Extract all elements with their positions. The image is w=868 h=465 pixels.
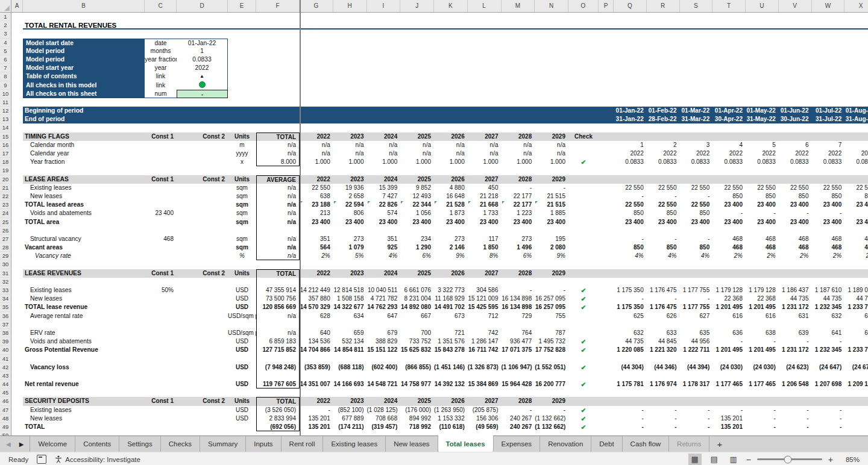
cell-R17[interactable]: 2022 (647, 149, 680, 158)
cell-C34[interactable] (145, 295, 177, 303)
cell-I48[interactable]: 708 668 (367, 414, 401, 423)
check-icon[interactable]: ✔ (568, 363, 599, 372)
cell-E29[interactable]: % (228, 252, 256, 260)
cell-O38[interactable] (568, 329, 599, 337)
cell-G42[interactable]: (353 859) (300, 363, 333, 372)
cell-P35[interactable] (599, 303, 614, 311)
row-header-19[interactable]: 19 (0, 166, 11, 175)
cell-L27[interactable]: 117 (468, 235, 502, 243)
cell-K46[interactable]: 2026 (434, 397, 468, 405)
cell-P24[interactable] (599, 209, 614, 217)
cell-H25[interactable]: 23 400 (333, 218, 367, 226)
cell-F29[interactable]: n/a (256, 252, 300, 260)
cell-L21[interactable]: 450 (468, 184, 502, 192)
cell-F18[interactable]: 8.000 (256, 158, 300, 166)
cell-L40[interactable]: 16 711 742 (468, 346, 502, 354)
cell-R36[interactable]: 626 (647, 312, 680, 320)
cell-D35[interactable] (177, 303, 228, 311)
sheet-tab-total-leases[interactable]: Total leases (438, 435, 494, 452)
cell-W21[interactable]: 22 550 (812, 184, 845, 192)
cell-J35[interactable]: 14 892 080 (400, 303, 434, 311)
row-header-42[interactable]: 42 (0, 363, 11, 372)
cell-O23[interactable] (568, 201, 599, 209)
cell-S34[interactable]: - (680, 295, 713, 303)
check-icon[interactable]: ✔ (568, 346, 599, 354)
row-header-49[interactable]: 49 (0, 423, 11, 431)
cell-H46[interactable]: 2023 (333, 397, 367, 405)
cell-J22[interactable]: 12 493 (400, 192, 434, 201)
cell-K23[interactable]: 21 528 (434, 201, 468, 209)
sheet-tab-returns[interactable]: Returns (669, 436, 709, 452)
cell-V21[interactable]: 22 550 (779, 184, 812, 192)
cell-F46[interactable]: TOTAL (256, 397, 300, 405)
cell-E38[interactable]: USD/sqm p.a. (228, 329, 256, 337)
cell-K25[interactable]: 23 400 (434, 218, 468, 226)
cell-N21[interactable]: - (535, 184, 568, 192)
row-header-21[interactable]: 21 (0, 184, 11, 192)
cell-N22[interactable]: 21 515 (535, 192, 568, 201)
cell-K29[interactable]: 9% (434, 252, 468, 260)
cell-Q16[interactable]: 1 (614, 141, 647, 149)
cell-H47[interactable]: (852 100) (333, 406, 367, 414)
cell-S48[interactable]: - (680, 414, 713, 423)
view-normal-icon[interactable]: ▦ (688, 454, 702, 465)
cell-H29[interactable]: 5% (333, 252, 367, 260)
cell-X24[interactable]: - (844, 209, 868, 217)
cell-G35[interactable]: 14 570 329 (300, 303, 333, 311)
cell-R27[interactable]: - (647, 235, 680, 243)
row-header-29[interactable]: 29 (0, 252, 11, 260)
cell-W39[interactable]: - (812, 337, 845, 346)
cell-E17[interactable]: yyyy (228, 149, 256, 158)
cell-E46[interactable]: Units (228, 397, 256, 405)
cell-D42[interactable] (177, 363, 228, 372)
cell-M34[interactable]: 16 134 898 (502, 295, 535, 303)
cell-F47[interactable]: (3 526 050) (256, 406, 300, 414)
row-header-48[interactable]: 48 (0, 414, 11, 423)
cell-J28[interactable]: 1 290 (400, 243, 434, 252)
cell-Q21[interactable]: 22 550 (614, 184, 647, 192)
cell-V36[interactable]: 631 (779, 312, 812, 320)
cell-C49[interactable] (145, 423, 177, 431)
row-header-40[interactable]: 40 (0, 346, 11, 354)
cell-Q33[interactable]: 1 175 350 (614, 286, 647, 295)
cell-E42[interactable]: USD (228, 363, 256, 372)
cell-P39[interactable] (599, 337, 614, 346)
cell-L28[interactable]: 1 850 (468, 243, 502, 252)
cell-E25[interactable]: sqm (228, 218, 256, 226)
cell-A37[interactable] (11, 320, 23, 329)
cell-C39[interactable] (145, 337, 177, 346)
cell-M24[interactable]: 1 223 (502, 209, 535, 217)
cell-L48[interactable]: 156 306 (468, 414, 502, 423)
row-header-23[interactable]: 23 (0, 201, 11, 209)
cell-C40[interactable] (145, 346, 177, 354)
row-header-36[interactable]: 36 (0, 312, 11, 320)
cell-A15[interactable] (11, 133, 23, 141)
cell-P22[interactable] (599, 192, 614, 201)
cell-A40[interactable] (11, 346, 23, 354)
cell-G47[interactable]: - (300, 406, 333, 414)
cell-G15[interactable]: 2022 (300, 133, 333, 141)
info-value-4[interactable]: 01-Jan-22 (177, 39, 228, 47)
row-header-16[interactable]: 16 (0, 141, 11, 149)
cell-A18[interactable] (11, 158, 23, 166)
cell-P40[interactable] (599, 346, 614, 354)
cell-H33[interactable]: 12 814 518 (333, 286, 367, 295)
cell-I16[interactable]: n/a (367, 141, 401, 149)
cell-Q13[interactable]: 31-Jan-22 (614, 115, 647, 123)
cell-E16[interactable]: m (228, 141, 256, 149)
cell-L25[interactable]: 23 400 (468, 218, 502, 226)
cell-U42[interactable]: (24 030) (746, 363, 779, 372)
cell-T20[interactable] (712, 175, 746, 184)
cell-T27[interactable]: 468 (712, 235, 746, 243)
cell-E49[interactable] (228, 423, 256, 431)
cell-J36[interactable]: 667 (400, 312, 434, 320)
column-header-H[interactable]: H (333, 0, 367, 12)
cell-I39[interactable]: 388 829 (367, 337, 401, 346)
cell-S17[interactable]: 2022 (680, 149, 713, 158)
cell-U48[interactable]: - (746, 414, 779, 423)
column-header-I[interactable]: I (367, 0, 401, 12)
check-icon[interactable]: ✔ (568, 337, 599, 346)
cell-O29[interactable] (568, 252, 599, 260)
cell-I17[interactable]: n/a (367, 149, 401, 158)
column-header-O[interactable]: O (568, 0, 599, 12)
